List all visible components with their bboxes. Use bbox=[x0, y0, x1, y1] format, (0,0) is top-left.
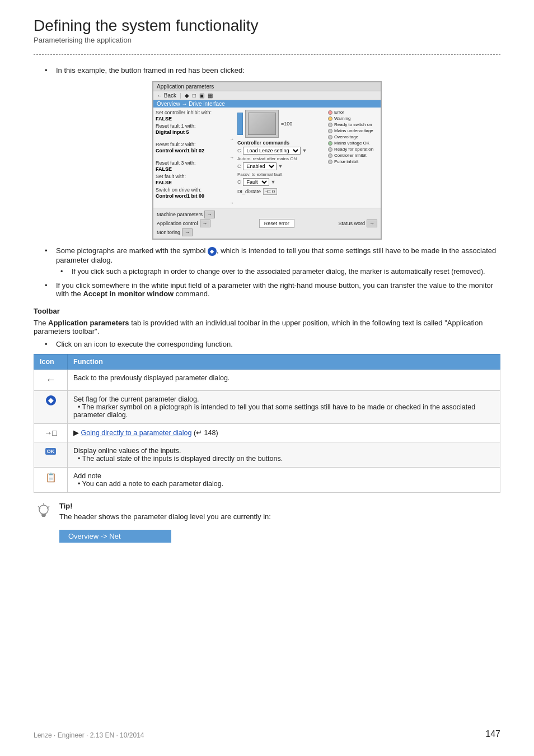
param-fault: C Fault ▼ bbox=[237, 178, 325, 186]
bullet-section-1: • In this example, the button framed in … bbox=[34, 66, 500, 74]
bullet-dot-3: • bbox=[45, 281, 53, 298]
page-subtitle: Parameterising the application bbox=[34, 36, 500, 44]
screenshot-device-image bbox=[245, 110, 279, 138]
toolbar-sep: | bbox=[180, 92, 181, 99]
bullet-item-1: • In this example, the button framed in … bbox=[45, 66, 500, 74]
table-row: ← Back to the previously displayed param… bbox=[34, 370, 500, 391]
toolbar-icon4: ▦ bbox=[208, 92, 213, 99]
flag-icon: ◆ bbox=[46, 395, 56, 405]
toolbar-bullet-dot: • bbox=[45, 340, 53, 348]
tip-bulb-icon bbox=[34, 502, 54, 522]
tip-content: Tip! The header shows the parameter dial… bbox=[59, 502, 500, 543]
left-param-5: Set fault with: FALSE bbox=[156, 174, 234, 185]
table-function-cell-2: Set flag for the current parameter dialo… bbox=[68, 391, 500, 424]
footer-monitoring: Monitoring→ bbox=[157, 228, 215, 236]
tip-icon bbox=[34, 502, 54, 525]
diamond-icon: ◆ bbox=[208, 247, 217, 256]
select-fault[interactable]: Fault bbox=[243, 178, 269, 186]
table-icon-cell-4: OK bbox=[34, 442, 68, 468]
svg-point-0 bbox=[39, 505, 48, 514]
left-param-1: Set controller inhibit with: FALSE bbox=[156, 110, 234, 122]
note-icon: 📋 bbox=[45, 473, 57, 482]
footer-publisher: Lenze · Engineer · 2.13 EN · 10/2014 bbox=[34, 731, 144, 739]
overview-bar: Overview -> Net bbox=[59, 530, 171, 543]
param-enabled: C Enabled ▼ bbox=[237, 162, 325, 170]
bullet-item-3: • If you click somewhere in the white in… bbox=[45, 281, 500, 298]
bullet-text-1: In this example, the button framed in re… bbox=[56, 66, 245, 74]
table-icon-cell-1: ← bbox=[34, 370, 68, 391]
screenshot-footer: Machine parameters→ Application control→… bbox=[153, 208, 381, 239]
footer-app-control: Application control→ bbox=[157, 220, 215, 227]
toolbar-bullet-text: Click on an icon to execute the correspo… bbox=[56, 340, 233, 348]
table-header-row: Icon Function bbox=[34, 354, 500, 370]
screenshot-left-panel: Set controller inhibit with: FALSE Reset… bbox=[156, 110, 234, 206]
bullet-section-3: • If you click somewhere in the white in… bbox=[34, 281, 500, 298]
screenshot-body: Set controller inhibit with: FALSE Reset… bbox=[153, 108, 381, 208]
page-number: 147 bbox=[485, 729, 500, 739]
table-function-cell-1: Back to the previously displayed paramet… bbox=[68, 370, 500, 391]
bullet-section-2: • Some pictographs are marked with the s… bbox=[34, 246, 500, 276]
sub-bullet-2: • If you click such a pictograph in orde… bbox=[45, 268, 500, 276]
footer-status-word: Status word→ bbox=[338, 220, 377, 227]
table-icon-cell-2: ◆ bbox=[34, 391, 68, 424]
goto-param-link[interactable]: Going directly to a parameter dialog bbox=[81, 429, 191, 437]
toolbar-bullet-item: • Click on an icon to execute the corres… bbox=[45, 340, 500, 348]
table-function-cell-3: ▶ Going directly to a parameter dialog (… bbox=[68, 424, 500, 442]
screenshot-titlebar: Application parameters bbox=[153, 82, 381, 91]
toolbar-bullet-section: • Click on an icon to execute the corres… bbox=[34, 340, 500, 348]
tip-text: The header shows the parameter dialog le… bbox=[59, 512, 500, 521]
footer-reset-error[interactable]: Reset error bbox=[259, 219, 294, 228]
toolbar-icon3: ▣ bbox=[199, 92, 204, 99]
toolbar-icon2: □ bbox=[193, 92, 196, 99]
toolbar-intro: The Application parameters tab is provid… bbox=[34, 319, 500, 335]
table-header-icon: Icon bbox=[34, 354, 68, 370]
table-row: →□ ▶ Going directly to a parameter dialo… bbox=[34, 424, 500, 442]
tip-section: Tip! The header shows the parameter dial… bbox=[34, 502, 500, 543]
table-icon-cell-5: 📋 bbox=[34, 468, 68, 493]
tip-label: Tip! bbox=[59, 502, 500, 510]
toolbar-section-header: Toolbar bbox=[34, 307, 500, 315]
table-row: ◆ Set flag for the current parameter dia… bbox=[34, 391, 500, 424]
sub-bullet-text-2: If you click such a pictograph in order … bbox=[72, 268, 485, 276]
screenshot-toolbar: ← Back | ◆ □ ▣ ▦ bbox=[153, 91, 381, 100]
function-table: Icon Function ← Back to the previously d… bbox=[34, 354, 500, 493]
screenshot-breadcrumb: Overview → Drive interface bbox=[153, 100, 381, 108]
table-row: 📋 Add note • You can add a note to each … bbox=[34, 468, 500, 493]
back-arrow-icon: ← bbox=[46, 374, 56, 385]
ok-icon: OK bbox=[45, 448, 57, 455]
bullet-dot-2: • bbox=[45, 246, 53, 264]
section-divider bbox=[34, 54, 500, 55]
select-enabled[interactable]: Enabled bbox=[243, 162, 277, 170]
select-load-lenze[interactable]: Load Lenze setting bbox=[243, 147, 301, 155]
table-function-cell-5: Add note • You can add a note to each pa… bbox=[68, 468, 500, 493]
sub-bullet-dot: • bbox=[60, 268, 68, 276]
svg-rect-5 bbox=[42, 516, 45, 517]
app-params-screenshot: Application parameters ← Back | ◆ □ ▣ ▦ … bbox=[152, 81, 382, 240]
svg-rect-4 bbox=[41, 514, 46, 516]
left-param-2: Reset fault 1 with: Digital input 5 → bbox=[156, 123, 234, 142]
left-param-6: Switch on drive with: Control word1 bit … bbox=[156, 187, 234, 206]
left-param-3: Reset fault 2 with: Control word1 bit 02… bbox=[156, 142, 234, 160]
table-row: OK Display online values of the inputs. … bbox=[34, 442, 500, 468]
screenshot-center-panel: =100 Controller commands C Load Lenze se… bbox=[237, 110, 325, 206]
di-state: DI_diState -C 0 bbox=[237, 188, 325, 195]
bullet-text-2: Some pictographs are marked with the sym… bbox=[56, 246, 500, 264]
left-param-4: Reset fault 3 with: FALSE bbox=[156, 160, 234, 172]
screenshot-container: Application parameters ← Back | ◆ □ ▣ ▦ … bbox=[34, 81, 500, 240]
toolbar-icon1: ◆ bbox=[185, 92, 189, 99]
toolbar-back: ← Back bbox=[157, 92, 176, 99]
bullet-dot: • bbox=[45, 66, 53, 74]
bullet-text-3: If you click somewhere in the white inpu… bbox=[56, 281, 500, 298]
goto-param-icon: →□ bbox=[44, 428, 57, 437]
bullet-item-2: • Some pictographs are marked with the s… bbox=[45, 246, 500, 264]
app-params-bold: Application parameters bbox=[48, 319, 129, 327]
sub-bullet-item-2: • If you click such a pictograph in orde… bbox=[60, 268, 500, 276]
table-function-cell-4: Display online values of the inputs. • T… bbox=[68, 442, 500, 468]
screenshot-right-panel: Error Warning Ready to switch on Mains u… bbox=[328, 110, 378, 206]
table-icon-cell-3: →□ bbox=[34, 424, 68, 442]
param-load-lenze: C Load Lenze setting ▼ bbox=[237, 147, 325, 155]
table-header-function: Function bbox=[68, 354, 500, 370]
footer-machine-params: Machine parameters→ bbox=[157, 211, 215, 218]
page-title: Defining the system functionality bbox=[34, 17, 500, 35]
